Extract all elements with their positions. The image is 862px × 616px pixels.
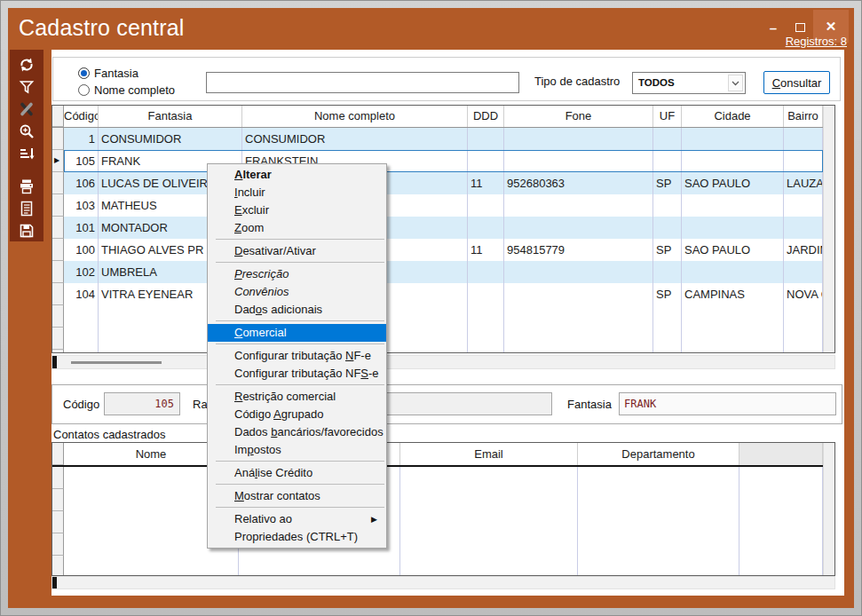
- context-menu-item[interactable]: Excluir: [208, 201, 386, 219]
- context-menu-item[interactable]: Impostos: [208, 441, 386, 459]
- save-button[interactable]: [10, 219, 43, 241]
- zoom-button[interactable]: [10, 120, 43, 142]
- grid-cell[interactable]: [653, 128, 682, 150]
- contacts-column-header[interactable]: [739, 443, 823, 465]
- grid-cell[interactable]: CONSUMIDOR: [242, 128, 468, 150]
- grid-cell[interactable]: [682, 194, 784, 217]
- contacts-column-header[interactable]: Departamento: [578, 443, 739, 465]
- table-row[interactable]: 101MONTADOR: [52, 217, 823, 239]
- context-menu-item[interactable]: Prescrição: [208, 265, 386, 283]
- grid-cell[interactable]: [468, 150, 504, 172]
- grid-cell[interactable]: 952680363: [504, 172, 653, 194]
- grid-cell[interactable]: 100: [64, 239, 99, 261]
- context-menu-item[interactable]: Comercial: [208, 324, 386, 342]
- table-row[interactable]: 102UMBRELA: [52, 261, 823, 283]
- grid-cell[interactable]: CAMPINAS: [682, 283, 784, 305]
- context-menu-item[interactable]: Código Agrupado: [208, 406, 386, 423]
- grid-cell[interactable]: SP: [653, 239, 682, 261]
- grid-cell[interactable]: [653, 150, 682, 172]
- column-header[interactable]: DDD: [468, 106, 504, 127]
- report-button[interactable]: [10, 197, 43, 219]
- contacts-horizontal-scrollbar[interactable]: [51, 576, 835, 589]
- grid-cell[interactable]: [468, 217, 504, 239]
- column-header[interactable]: Fantasia: [99, 106, 242, 127]
- grid-cell[interactable]: 104: [64, 283, 99, 305]
- grid-cell[interactable]: [504, 194, 653, 217]
- grid-cell[interactable]: [504, 261, 653, 283]
- column-header[interactable]: Bairro: [784, 106, 823, 127]
- grid-cell[interactable]: 103: [64, 194, 99, 217]
- table-row[interactable]: 100THIAGO ALVES PR11954815779SPSAO PAULO…: [52, 239, 823, 261]
- context-menu-item[interactable]: Mostrar contatos: [208, 487, 386, 505]
- grid-cell[interactable]: CONSUMIDOR: [99, 128, 242, 150]
- sort-button[interactable]: [10, 142, 43, 164]
- table-row[interactable]: 104VITRA EYENEARSPCAMPINASNOVA C: [52, 283, 823, 305]
- grid-cell[interactable]: [784, 194, 823, 217]
- minimize-button[interactable]: –: [765, 20, 781, 35]
- context-menu-item[interactable]: Alterar: [208, 166, 386, 184]
- grid-cell[interactable]: SP: [653, 283, 682, 305]
- radio-fantasia[interactable]: [78, 67, 90, 79]
- grid-cell[interactable]: [653, 217, 682, 239]
- filter-button[interactable]: [10, 75, 43, 98]
- context-menu-item[interactable]: Configurar tributação NF-e: [208, 347, 386, 365]
- table-row[interactable]: ▶105FRANKFRANKSTEIN: [52, 150, 823, 172]
- grid-cell[interactable]: LAUZAN: [784, 172, 823, 194]
- maximize-button[interactable]: [792, 20, 808, 35]
- column-header[interactable]: Fone: [504, 106, 653, 127]
- grid-cell[interactable]: [504, 150, 653, 172]
- context-menu-item[interactable]: Desativar/Ativar: [208, 242, 386, 260]
- table-row[interactable]: 106LUCAS DE OLIVEIR11952680363SPSAO PAUL…: [52, 172, 823, 194]
- context-menu-item[interactable]: Zoom: [208, 219, 386, 237]
- radio-nome-completo[interactable]: [78, 84, 90, 96]
- tipo-cadastro-dropdown[interactable]: TODOS: [632, 72, 746, 94]
- grid-cell[interactable]: [504, 128, 653, 150]
- grid-cell[interactable]: [468, 283, 504, 305]
- grid-horizontal-scrollbar[interactable]: [51, 355, 835, 369]
- clear-filter-button[interactable]: [10, 98, 43, 120]
- column-header[interactable]: Cidade: [682, 106, 784, 127]
- grid-cell[interactable]: [682, 128, 784, 150]
- grid-cell[interactable]: [784, 217, 823, 239]
- column-header[interactable]: UF: [653, 106, 682, 127]
- registros-link[interactable]: Registros: 8: [786, 35, 847, 48]
- grid-cell[interactable]: 106: [64, 172, 99, 194]
- grid-cell[interactable]: [682, 217, 784, 239]
- grid-cell[interactable]: 11: [468, 239, 504, 261]
- grid-cell[interactable]: [682, 261, 784, 283]
- grid-cell[interactable]: 1: [64, 128, 99, 150]
- context-menu-item[interactable]: Dados bancários/favorecidos: [208, 423, 386, 441]
- chevron-down-icon[interactable]: [728, 75, 743, 91]
- table-row[interactable]: 1CONSUMIDORCONSUMIDOR: [52, 128, 823, 150]
- grid-cell[interactable]: [504, 217, 653, 239]
- grid-cell[interactable]: NOVA C: [784, 283, 823, 305]
- scrollbar-thumb[interactable]: [71, 361, 162, 364]
- context-menu-item[interactable]: Convênios: [208, 283, 386, 301]
- grid-cell[interactable]: [504, 283, 653, 305]
- contacts-vertical-scrollbar[interactable]: [823, 443, 834, 575]
- table-row[interactable]: 103MATHEUS: [52, 194, 823, 217]
- grid-cell[interactable]: SP: [653, 172, 682, 194]
- grid-cell[interactable]: [468, 128, 504, 150]
- consultar-button[interactable]: Consultar: [763, 71, 830, 94]
- column-header[interactable]: Nome completo: [242, 106, 468, 127]
- context-menu-item[interactable]: Dados adicionais: [208, 301, 386, 319]
- column-header[interactable]: Código: [64, 106, 99, 127]
- contacts-column-header[interactable]: Email: [400, 443, 578, 465]
- context-menu-item[interactable]: Configurar tributação NFS-e: [208, 365, 386, 383]
- context-menu-item[interactable]: Incluir: [208, 184, 386, 201]
- grid-cell[interactable]: SAO PAULO: [682, 239, 784, 261]
- grid-cell[interactable]: [682, 150, 784, 172]
- grid-cell[interactable]: JARDIM: [784, 239, 823, 261]
- context-menu-item[interactable]: Restrição comercial: [208, 388, 386, 406]
- context-menu-item[interactable]: Propriedades (CTRL+T): [208, 528, 386, 546]
- grid-cell[interactable]: [784, 150, 823, 172]
- vertical-scrollbar[interactable]: [823, 106, 834, 352]
- context-menu-item[interactable]: Relativo ao▶: [208, 510, 386, 528]
- grid-cell[interactable]: [653, 261, 682, 283]
- context-menu-item[interactable]: Análise Crédito: [208, 464, 386, 482]
- grid-cell[interactable]: 101: [64, 217, 99, 239]
- grid-cell[interactable]: 102: [64, 261, 99, 283]
- grid-cell[interactable]: [468, 194, 504, 217]
- grid-cell[interactable]: 105: [64, 150, 99, 172]
